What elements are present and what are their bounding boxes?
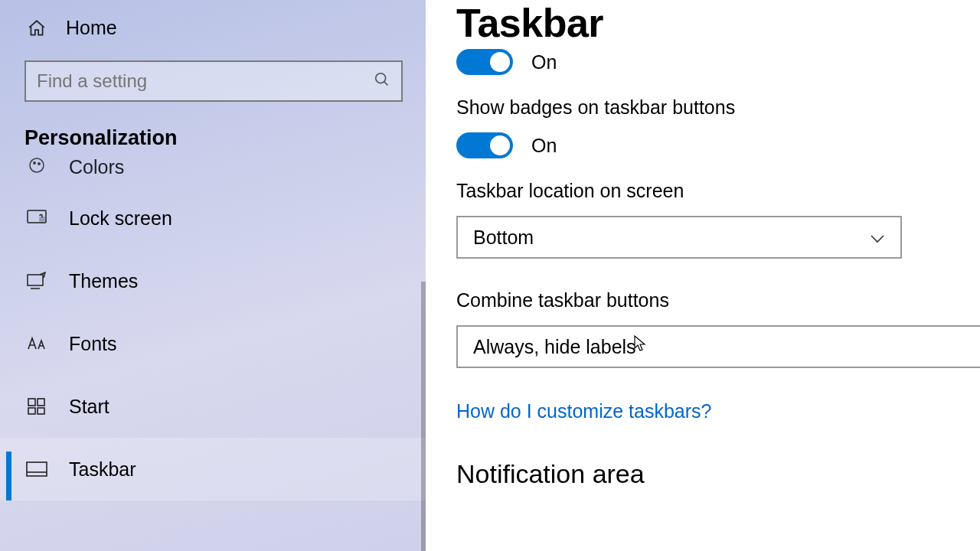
search-field[interactable] — [37, 70, 374, 92]
svg-point-2 — [30, 158, 44, 172]
svg-rect-7 — [28, 275, 43, 285]
section-title: Personalization — [0, 102, 426, 156]
search-input[interactable] — [24, 60, 403, 102]
toggle-prev[interactable] — [456, 49, 513, 75]
svg-line-1 — [384, 82, 388, 86]
sidebar-item-label: Lock screen — [69, 207, 172, 230]
sidebar-item-start[interactable]: Start — [0, 375, 426, 438]
sidebar-item-label: Start — [69, 396, 109, 418]
themes-icon — [26, 272, 47, 290]
svg-point-4 — [38, 163, 40, 165]
svg-point-0 — [376, 73, 386, 83]
location-label: Taskbar location on screen — [456, 180, 980, 202]
sidebar-item-label: Colors — [69, 156, 124, 178]
svg-rect-12 — [27, 462, 47, 476]
page-title: Taskbar — [456, 0, 980, 46]
sidebar-item-label: Fonts — [69, 333, 117, 355]
combine-value: Always, hide labels — [473, 336, 636, 358]
badges-label: Show badges on taskbar buttons — [456, 96, 980, 119]
toggle-badges[interactable] — [456, 132, 513, 158]
lockscreen-icon — [26, 210, 47, 227]
svg-rect-6 — [40, 217, 44, 221]
svg-point-3 — [34, 162, 35, 164]
combine-dropdown[interactable]: Always, hide labels — [456, 325, 980, 368]
search-icon — [374, 71, 390, 91]
combine-label: Combine taskbar buttons — [456, 289, 980, 311]
svg-rect-10 — [28, 408, 35, 414]
toggle-badges-state: On — [531, 135, 557, 157]
start-icon — [26, 398, 47, 415]
sidebar: Home Personalization Colors Lock screen … — [0, 0, 426, 551]
chevron-down-icon — [870, 227, 885, 249]
content-area: Taskbar On Show badges on taskbar button… — [426, 0, 980, 551]
svg-rect-9 — [38, 399, 44, 406]
location-value: Bottom — [473, 227, 534, 249]
fonts-icon — [26, 335, 47, 352]
sidebar-item-label: Taskbar — [69, 458, 136, 481]
sidebar-item-taskbar[interactable]: Taskbar — [0, 438, 426, 500]
nav-home-label: Home — [66, 17, 117, 39]
sidebar-item-lockscreen[interactable]: Lock screen — [0, 187, 426, 249]
help-link[interactable]: How do I customize taskbars? — [456, 400, 980, 422]
toggle-prev-state: On — [531, 51, 557, 73]
sidebar-item-colors[interactable]: Colors — [0, 156, 426, 187]
svg-rect-11 — [38, 408, 44, 414]
palette-icon — [26, 156, 47, 174]
sidebar-item-label: Themes — [69, 270, 138, 292]
sidebar-item-fonts[interactable]: Fonts — [0, 312, 426, 375]
nav-home[interactable]: Home — [0, 8, 426, 48]
taskbar-icon — [26, 461, 47, 477]
scrollbar[interactable] — [421, 282, 426, 551]
location-dropdown[interactable]: Bottom — [456, 216, 902, 259]
svg-rect-8 — [28, 399, 35, 406]
home-icon — [26, 18, 47, 38]
sidebar-item-themes[interactable]: Themes — [0, 249, 426, 312]
notification-area-heading: Notification area — [456, 459, 980, 489]
